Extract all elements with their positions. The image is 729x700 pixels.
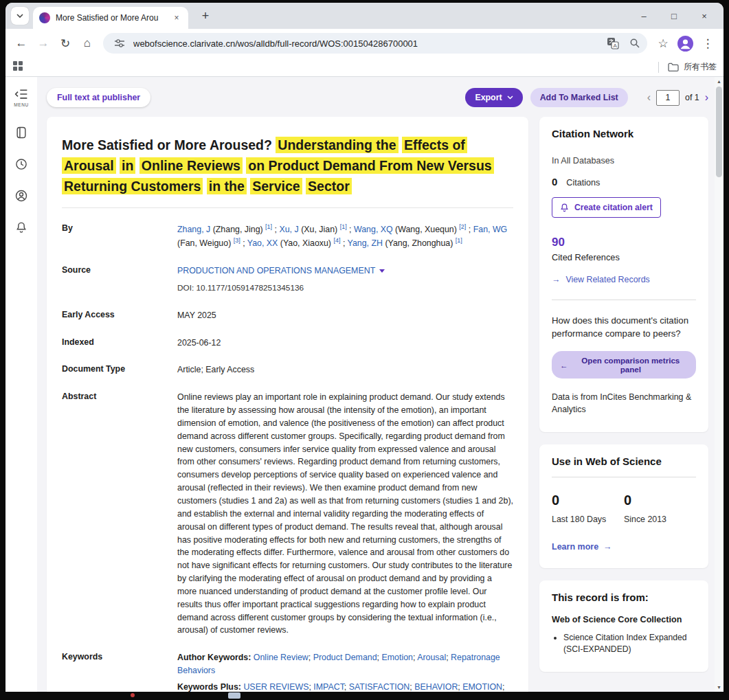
minimize-button[interactable]: – <box>629 5 659 27</box>
tab-title: More Satisfied or More Arou <box>56 13 166 23</box>
usage-title: Use in Web of Science <box>552 455 696 467</box>
field-label: Abstract <box>62 391 177 637</box>
page-number-input[interactable] <box>656 90 680 106</box>
keyword-link[interactable]: Online Review <box>254 653 309 662</box>
right-sidebar: Citation Network In All Databases 0 Cita… <box>539 117 708 672</box>
page-scrollbar[interactable]: ▲ ▼ <box>715 77 724 692</box>
author-keywords-line: Author Keywords: Online Review; Product … <box>177 651 513 677</box>
arrow-left-icon: ← <box>560 361 568 370</box>
title-highlight: Service <box>250 178 302 194</box>
cited-references-count[interactable]: 90 <box>552 236 565 249</box>
keyword-link[interactable]: Arousal <box>417 653 446 662</box>
author-affiliation-sup[interactable]: [1] <box>456 237 462 244</box>
scrollbar-thumb[interactable] <box>716 87 722 177</box>
full-text-button[interactable]: Full text at publisher <box>47 88 150 107</box>
early-access-value: MAY 2025 <box>177 309 513 322</box>
keyword-link[interactable]: IMPACT <box>313 682 344 692</box>
author-link[interactable]: Wang, XQ <box>354 225 393 234</box>
citations-label: Citations <box>566 178 600 188</box>
keyword-link[interactable]: SATISFACTION <box>349 682 410 692</box>
author-affiliation-sup[interactable]: [1] <box>265 223 272 230</box>
home-button[interactable]: ⌂ <box>77 33 98 54</box>
view-related-records-link[interactable]: → View Related Records <box>552 275 696 284</box>
create-citation-alert-label: Create citation alert <box>574 203 653 212</box>
author-link[interactable]: Yang, ZH <box>348 238 383 248</box>
bookmark-star-icon[interactable]: ☆ <box>653 33 673 54</box>
forward-button[interactable]: → <box>33 33 54 54</box>
record-action-bar: Full text at publisher Export Add To Mar… <box>47 88 708 107</box>
history-icon[interactable] <box>14 157 29 172</box>
author-affiliation-sup[interactable]: [1] <box>340 223 347 230</box>
keyword-link[interactable]: EMOTION <box>462 682 502 692</box>
keyword-link[interactable]: Emotion <box>382 653 413 662</box>
field-label: Document Type <box>62 363 177 376</box>
record-pager: ‹ of 1 › <box>647 90 708 106</box>
profile-icon[interactable] <box>14 188 29 203</box>
next-record-icon[interactable]: › <box>705 91 708 104</box>
journal-caret-icon[interactable] <box>379 269 385 273</box>
keyword-link[interactable]: Product Demand <box>313 653 377 662</box>
reload-button[interactable]: ↻ <box>55 33 76 54</box>
search-icon[interactable] <box>627 35 643 52</box>
core-collection-label: Web of Science Core Collection <box>552 615 696 624</box>
scroll-down-icon[interactable]: ▼ <box>717 685 721 690</box>
journals-icon[interactable] <box>14 125 29 140</box>
since-2013-label: Since 2013 <box>624 515 696 524</box>
taskbar-red-dot <box>131 693 135 697</box>
learn-more-link[interactable]: Learn more → <box>552 542 696 552</box>
web-of-science-favicon <box>39 12 50 23</box>
citation-network-title: Citation Network <box>552 128 696 139</box>
add-to-marked-list-button[interactable]: Add To Marked List <box>530 88 628 107</box>
bell-icon <box>560 203 569 212</box>
arrow-right-icon: → <box>603 542 612 552</box>
author-link[interactable]: Xu, J <box>279 225 298 234</box>
last-180-count: 0 <box>552 493 624 508</box>
menu-toggle[interactable]: MENU <box>14 88 29 107</box>
compare-question-text: How does this document's citation perfor… <box>552 314 696 340</box>
create-citation-alert-button[interactable]: Create citation alert <box>552 197 661 218</box>
export-button[interactable]: Export <box>465 88 522 107</box>
site-settings-icon[interactable] <box>111 35 128 52</box>
apps-grid-icon[interactable] <box>12 60 23 74</box>
usage-since-2013: 0 Since 2013 <box>624 493 696 524</box>
new-tab-button[interactable]: + <box>197 7 214 25</box>
browser-menu-icon[interactable]: ⋮ <box>697 33 718 54</box>
chevron-down-icon <box>507 95 513 100</box>
scroll-up-icon[interactable]: ▲ <box>717 79 721 84</box>
close-button[interactable]: × <box>689 5 719 27</box>
abstract-text: Online reviews play an important role in… <box>177 391 513 637</box>
author-link[interactable]: Zhang, J <box>177 225 210 234</box>
url-text[interactable]: webofscience.clarivate.cn/wos/alldb/full… <box>133 38 599 49</box>
back-button[interactable]: ← <box>11 33 32 54</box>
article-title: More Satisfied or More Aroused? Understa… <box>62 135 513 196</box>
author-affiliation-sup[interactable]: [2] <box>459 223 466 230</box>
journal-link[interactable]: PRODUCTION AND OPERATIONS MANAGEMENT <box>177 264 375 278</box>
tab-close-icon[interactable]: × <box>171 12 182 23</box>
profile-avatar[interactable] <box>677 35 694 52</box>
keywords-plus-label: Keywords Plus: <box>177 682 241 692</box>
open-comparison-panel-button[interactable]: ← Open comparison metrics panel <box>552 351 696 379</box>
citations-row: 0 Citations <box>552 176 696 188</box>
browser-tab[interactable]: More Satisfied or More Arou × <box>33 7 188 29</box>
keyword-link[interactable]: USER REVIEWS <box>243 682 309 692</box>
all-bookmarks[interactable]: 所有书签 <box>658 61 717 73</box>
keyword-link[interactable]: BEHAVIOR <box>414 682 458 692</box>
tab-search-button[interactable] <box>11 7 29 25</box>
author-link[interactable]: Yao, XX <box>247 238 278 248</box>
usage-divider <box>552 477 696 477</box>
document-type-value: Article; Early Access <box>177 363 513 376</box>
alerts-bell-icon[interactable] <box>14 220 29 235</box>
article-record-card: More Satisfied or More Aroused? Understa… <box>47 117 528 692</box>
field-row-indexed: Indexed 2025-06-12 <box>62 337 513 350</box>
previous-record-icon[interactable]: ‹ <box>647 91 651 104</box>
author-affiliation-sup[interactable]: [4] <box>333 237 340 244</box>
author-link[interactable]: Fan, WG <box>473 225 508 234</box>
chevron-down-icon <box>16 14 23 18</box>
record-columns: More Satisfied or More Aroused? Understa… <box>47 117 708 692</box>
title-highlight: Arousal <box>62 157 116 174</box>
address-bar[interactable]: webofscience.clarivate.cn/wos/alldb/full… <box>103 33 647 54</box>
maximize-button[interactable]: □ <box>659 5 689 27</box>
author-affiliation-sup[interactable]: [3] <box>234 237 240 244</box>
main-content: Full text at publisher Export Add To Mar… <box>37 77 724 692</box>
translate-icon[interactable]: A <box>605 35 621 52</box>
